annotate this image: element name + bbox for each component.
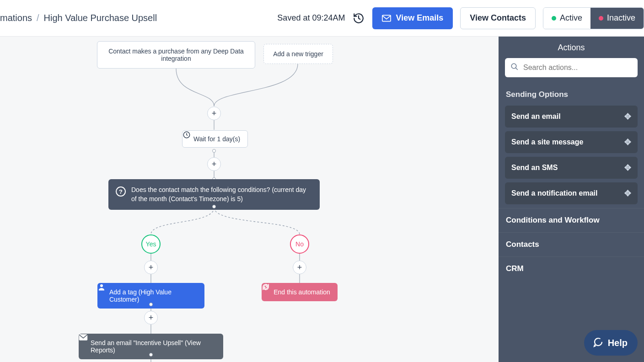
add-trigger-label: Add a new trigger <box>273 50 323 58</box>
email-action-label: Send an email "Incentive Upsell" (View R… <box>91 339 216 354</box>
status-toggle: Active Inactive <box>543 7 644 29</box>
search-actions-input[interactable] <box>522 63 632 72</box>
help-label: Help <box>608 338 628 348</box>
condition-text: Does the contact match the following con… <box>131 186 312 203</box>
dot-red-icon <box>599 16 603 21</box>
wait-node[interactable]: Wait for 1 day(s) <box>182 130 248 148</box>
action-label: Send a site message <box>511 138 583 146</box>
search-icon <box>510 63 519 73</box>
question-icon: ? <box>116 186 126 197</box>
inactive-label: Inactive <box>607 13 635 23</box>
status-inactive-button[interactable]: Inactive <box>590 8 644 29</box>
actions-sidebar: Actions Sending Options Send an email ✥ … <box>499 37 644 362</box>
action-send-notification-email[interactable]: Send a notification email ✥ <box>505 182 638 204</box>
no-label: No <box>295 240 304 248</box>
sidebar-title: Actions <box>499 37 644 58</box>
drag-icon: ✥ <box>624 188 631 198</box>
svg-point-14 <box>511 64 516 69</box>
mail-icon <box>382 15 391 22</box>
search-actions-wrapper[interactable] <box>505 58 638 77</box>
svg-point-12 <box>100 284 103 287</box>
svg-line-15 <box>515 68 518 70</box>
view-contacts-button[interactable]: View Contacts <box>460 7 536 29</box>
header-bar: mations / High Value Purchase Upsell Sav… <box>0 0 644 37</box>
action-send-sms[interactable]: Send an SMS ✥ <box>505 157 638 179</box>
action-send-site-message[interactable]: Send a site message ✥ <box>505 131 638 153</box>
svg-rect-13 <box>79 334 87 340</box>
add-step-button-1[interactable]: + <box>207 106 221 120</box>
add-step-yes[interactable]: + <box>144 261 158 274</box>
add-trigger-node[interactable]: Add a new trigger <box>263 44 333 64</box>
status-active-button[interactable]: Active <box>543 8 590 29</box>
svg-rect-0 <box>382 15 391 21</box>
view-emails-label: View Emails <box>396 13 443 23</box>
section-sending-options: Sending Options <box>499 84 644 106</box>
end-automation-node[interactable]: End this automation <box>262 283 338 301</box>
tag-action-label: Add a tag (High Value Customer) <box>109 288 197 303</box>
action-label: Send a notification email <box>511 189 597 197</box>
yes-label: Yes <box>146 240 156 248</box>
view-contacts-label: View Contacts <box>470 13 526 23</box>
peg <box>149 353 153 357</box>
history-icon[interactable] <box>352 12 365 25</box>
trigger-node-purchase[interactable]: Contact makes a purchase from any Deep D… <box>97 41 255 69</box>
peg <box>212 149 216 153</box>
drag-icon: ✥ <box>624 137 631 147</box>
active-label: Active <box>560 13 582 23</box>
drag-icon: ✥ <box>624 112 631 122</box>
end-action-label: End this automation <box>274 288 330 296</box>
section-conditions-workflow[interactable]: Conditions and Workflow <box>499 208 644 232</box>
chat-icon <box>592 336 603 350</box>
dot-green-icon <box>552 16 556 21</box>
section-contacts[interactable]: Contacts <box>499 232 644 256</box>
drag-icon: ✥ <box>624 163 631 173</box>
peg <box>149 303 153 306</box>
branch-no[interactable]: No <box>290 234 309 254</box>
help-button[interactable]: Help <box>584 330 638 356</box>
saved-at-text: Saved at 09:24AM <box>277 13 345 23</box>
action-label: Send an SMS <box>511 164 558 172</box>
peg <box>212 205 216 208</box>
wait-label: Wait for 1 day(s) <box>193 135 240 143</box>
breadcrumb: mations / High Value Purchase Upsell <box>0 13 157 23</box>
view-emails-button[interactable]: View Emails <box>372 7 453 29</box>
add-step-no[interactable]: + <box>293 261 306 274</box>
breadcrumb-sep: / <box>37 13 39 23</box>
sending-options-list: Send an email ✥ Send a site message ✥ Se… <box>499 106 644 208</box>
section-crm[interactable]: CRM <box>499 256 644 281</box>
action-label: Send an email <box>511 112 561 121</box>
automation-canvas[interactable]: Contact makes a purchase from any Deep D… <box>0 37 499 362</box>
add-step-button-4[interactable]: + <box>144 311 158 325</box>
add-step-button-2[interactable]: + <box>207 157 221 171</box>
breadcrumb-parent[interactable]: mations <box>0 13 32 23</box>
breadcrumb-current[interactable]: High Value Purchase Upsell <box>44 13 157 23</box>
trigger-label: Contact makes a purchase from any Deep D… <box>103 48 249 62</box>
action-send-email[interactable]: Send an email ✥ <box>505 106 638 128</box>
branch-yes[interactable]: Yes <box>141 234 161 254</box>
